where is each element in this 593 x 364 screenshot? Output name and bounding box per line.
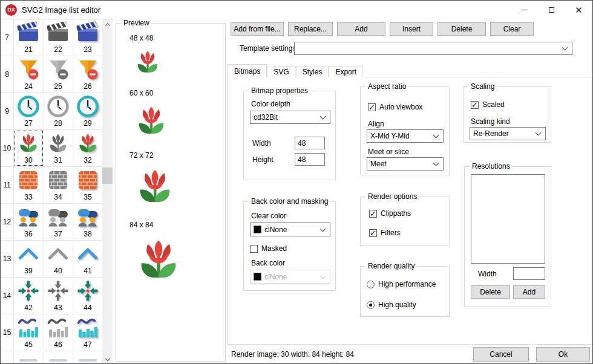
tulip-icon	[133, 165, 225, 210]
add-button[interactable]: Add	[337, 22, 385, 36]
clippaths-checkbox[interactable]: Clippaths	[369, 209, 411, 218]
preview-group-label: Preview	[121, 19, 152, 27]
image-item-partial[interactable]	[73, 351, 102, 363]
image-item-21[interactable]: 21	[14, 19, 44, 56]
template-settings-combobox[interactable]	[294, 42, 572, 55]
delete-button[interactable]: Delete	[437, 22, 486, 36]
image-item-33[interactable]: 33	[14, 167, 44, 203]
resolution-add-button[interactable]: Add	[513, 285, 545, 299]
align-combobox[interactable]: X-Mid Y-Mid	[367, 129, 444, 143]
row-number: 9	[1, 93, 14, 129]
resolution-width-input[interactable]	[513, 267, 545, 280]
close-button[interactable]: ✕	[565, 1, 592, 19]
image-grid-row: 10303132	[1, 130, 102, 167]
maximize-button[interactable]	[538, 1, 565, 19]
image-item-47[interactable]: 47	[73, 314, 102, 351]
align-value: X-Mid Y-Mid	[370, 132, 410, 140]
insert-button[interactable]: Insert	[390, 22, 433, 36]
chevron-down-icon	[320, 226, 326, 232]
clock-icon	[46, 94, 70, 119]
cancel-button[interactable]: Cancel	[473, 347, 529, 362]
height-label: Height	[252, 155, 274, 164]
back-color-masking-title: Back color and masking	[249, 197, 330, 206]
back-color-value: clNone	[264, 273, 287, 281]
scaling-kind-label: Scaling kind	[471, 117, 510, 126]
image-item-43[interactable]: 43	[44, 278, 73, 314]
scroll-up-button[interactable]	[102, 19, 113, 30]
meet-or-slice-combobox[interactable]: Meet	[367, 157, 444, 171]
image-index-label: 26	[84, 82, 91, 91]
height-input[interactable]	[295, 153, 325, 166]
replace-button[interactable]: Replace...	[288, 22, 333, 36]
color-depth-combobox[interactable]: cd32Bit	[250, 111, 330, 124]
image-item-32[interactable]: 32	[73, 130, 102, 166]
image-item-37[interactable]: 37	[44, 204, 73, 240]
high-quality-radio[interactable]: High quality	[367, 301, 416, 309]
scaling-kind-combobox[interactable]: Re-Render	[470, 127, 546, 140]
image-item-41[interactable]: 41	[73, 241, 102, 277]
image-item-27[interactable]: 27	[14, 93, 44, 129]
clear-color-combobox[interactable]: clNone	[250, 223, 330, 236]
scrollbar-thumb[interactable]	[102, 167, 113, 184]
users-icon	[46, 205, 70, 229]
chevron-down-icon	[105, 356, 110, 360]
image-item-23[interactable]: 23	[73, 19, 102, 56]
width-input[interactable]	[295, 137, 325, 149]
template-settings-label: Template settings	[240, 44, 296, 53]
image-item-45[interactable]: 45	[14, 314, 44, 351]
clapperboard-icon	[16, 21, 41, 45]
image-item-partial[interactable]	[14, 351, 44, 363]
minimize-button[interactable]	[511, 1, 538, 19]
image-item-30[interactable]: 30	[14, 130, 44, 166]
image-item-26[interactable]: 26	[73, 56, 102, 93]
image-item-29[interactable]: 29	[73, 93, 102, 129]
image-item-44[interactable]: 44	[73, 278, 102, 314]
image-item-22[interactable]: 22	[44, 19, 73, 56]
filters-checkbox[interactable]: Filters	[369, 229, 401, 237]
scaling-group: Scaling Scaled Scaling kind Re-Render	[463, 86, 551, 143]
image-item-31[interactable]: 31	[44, 130, 73, 166]
masked-checkbox[interactable]: Masked	[250, 244, 287, 253]
tab-svg[interactable]: SVG	[267, 66, 295, 77]
tab-export[interactable]: Export	[329, 66, 363, 77]
add-from-file-button[interactable]: Add from file...	[231, 22, 284, 36]
tab-bitmaps[interactable]: Bitmaps	[228, 64, 267, 77]
chevron-up-icon	[76, 242, 100, 266]
image-item-38[interactable]: 38	[73, 204, 102, 240]
image-item-42[interactable]: 42	[14, 278, 44, 314]
image-item-24[interactable]: 24	[14, 56, 44, 93]
minimize-icon	[521, 10, 528, 10]
ok-button[interactable]: Ok	[536, 347, 590, 362]
meet-or-slice-label: Meet or slice	[368, 148, 409, 156]
row-number: 14	[1, 278, 14, 314]
aspect-ratio-title: Aspect ratio	[365, 82, 408, 91]
image-item-25[interactable]: 25	[44, 56, 73, 93]
image-item-40[interactable]: 40	[44, 241, 73, 277]
image-item-28[interactable]: 28	[44, 93, 73, 129]
image-item-39[interactable]: 39	[14, 241, 44, 277]
scaled-checkbox[interactable]: Scaled	[471, 100, 505, 109]
image-item-36[interactable]: 36	[14, 204, 44, 240]
image-item-34[interactable]: 34	[44, 167, 73, 203]
maximize-icon	[549, 7, 554, 13]
resolutions-listbox[interactable]	[471, 174, 545, 264]
clear-button[interactable]: Clear	[490, 22, 534, 36]
tab-styles[interactable]: Styles	[296, 66, 329, 77]
auto-viewbox-checkbox[interactable]: Auto viewbox	[368, 103, 422, 111]
scaling-title: Scaling	[468, 82, 497, 91]
resolution-delete-button[interactable]: Delete	[471, 285, 510, 299]
preview-size-label: 84 x 84	[129, 221, 225, 229]
render-options-group: Render options Clippaths Filters	[360, 197, 450, 246]
preview-size-label: 48 x 48	[129, 34, 225, 42]
tulip-icon	[16, 131, 41, 155]
scroll-down-button[interactable]	[102, 353, 113, 363]
image-index-label: 36	[24, 230, 32, 238]
radio-icon	[367, 281, 375, 288]
image-item-35[interactable]: 35	[73, 167, 102, 203]
clock-icon	[76, 94, 100, 119]
image-item-46[interactable]: 46	[44, 314, 73, 351]
image-list-scrollbar[interactable]	[102, 19, 113, 363]
checkbox-icon	[369, 229, 377, 237]
image-item-partial[interactable]	[44, 351, 73, 363]
high-performance-radio[interactable]: High performance	[367, 280, 436, 288]
